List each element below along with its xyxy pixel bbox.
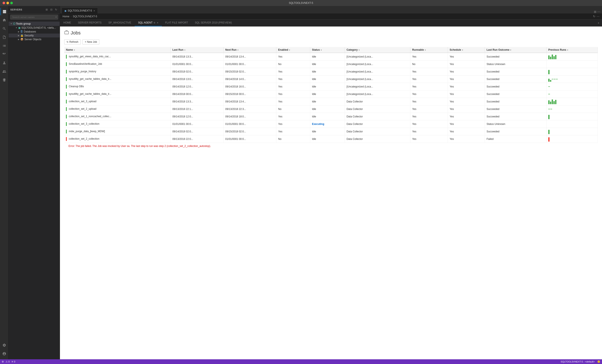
status-warnings: ⚠ 0 xyxy=(6,360,10,363)
main-content: ▣ SQLTOOLSVNEXT-5 ✕ ⊞ ⋯ Home › SQLTOOLSV… xyxy=(60,6,602,359)
col-last-run-outcome[interactable]: Last Run Outcome▾ xyxy=(485,47,546,53)
cell-name: Cleanup DBs xyxy=(64,83,171,91)
chart-bar xyxy=(548,70,549,74)
sidebar-item-security[interactable]: ▶ 🔒 Security xyxy=(9,34,60,37)
search-input[interactable] xyxy=(10,15,58,20)
activity-servers-icon[interactable] xyxy=(0,8,8,15)
col-schedule[interactable]: Schedule▾ xyxy=(448,47,485,53)
sidebar-item-server-objects[interactable]: ▶ 📦 Server Objects xyxy=(9,37,60,41)
close-button[interactable] xyxy=(3,2,5,4)
window-controls xyxy=(3,2,13,4)
col-runnable[interactable]: Runnable▾ xyxy=(410,47,448,53)
col-name[interactable]: Name▾ xyxy=(64,47,171,53)
cell-runnable: Yes xyxy=(410,68,448,75)
sql-agent-settings-icon[interactable]: ⚙ xyxy=(153,21,155,24)
new-job-button[interactable]: + New Job xyxy=(82,39,99,44)
title-bar: SQLTOOLSVNEXT-5 xyxy=(0,0,602,6)
cell-next-run: 01/01/0001 00:0... xyxy=(224,120,276,128)
table-row[interactable]: mdw_purge_data_[keep_MDW] 09/14/2018 02:… xyxy=(64,128,598,135)
tree-group-header[interactable]: ▼ ⬡ Tools group xyxy=(9,21,60,26)
cell-runnable: No xyxy=(410,61,448,68)
tab-sql-agent[interactable]: SQL AGENT ⚙ ✕ xyxy=(135,20,162,26)
cell-name: SmoBaselineVerification_Job xyxy=(64,61,171,68)
table-row[interactable]: syspolicy_purge_history 09/14/2018 02:0.… xyxy=(64,68,598,75)
table-row[interactable]: sysutility_get_cache_tables_data_ir... 0… xyxy=(64,91,598,98)
col-last-run[interactable]: Last Run▾ xyxy=(171,47,224,53)
sidebar-item-server[interactable]: ▼ ▣ SQLTOOLSVNEXT-5, <defa... xyxy=(9,26,60,30)
sidebar-item-databases[interactable]: ▶ 🗄 Databases xyxy=(9,30,60,34)
more-options-icon[interactable]: ⋯ xyxy=(597,15,599,18)
maximize-button[interactable] xyxy=(10,2,13,4)
split-editor-icon[interactable]: ⊞ xyxy=(594,10,596,13)
activity-files-icon[interactable] xyxy=(0,33,8,41)
status-indicator xyxy=(66,107,67,111)
activity-home-icon[interactable] xyxy=(0,16,8,24)
refresh-breadcrumb-icon[interactable]: ↻ xyxy=(593,15,595,18)
cell-runnable: Yes xyxy=(410,120,448,128)
cell-last-run: 09/14/2018 13:0... xyxy=(171,75,224,83)
table-row[interactable]: collection_set_2_collection 09/13/2018 2… xyxy=(64,135,598,143)
table-row[interactable]: sysutility_get_views_data_into_cac... 09… xyxy=(64,53,598,61)
sql-agent-close-icon[interactable]: ✕ xyxy=(157,21,158,24)
security-label: Security xyxy=(24,34,34,37)
activity-search-icon[interactable] xyxy=(0,25,8,32)
cell-name: syspolicy_purge_history xyxy=(64,68,171,75)
server-tab-close-icon[interactable]: ✕ xyxy=(93,10,95,12)
status-right: SQLTOOLSVNEXT-5 : <default> 😊 xyxy=(561,360,600,363)
cell-last-run-outcome: Succeeded xyxy=(485,105,546,113)
table-row[interactable]: collection_set_2_upload 09/13/2018 22:1.… xyxy=(64,105,598,113)
activity-explorer-icon[interactable] xyxy=(0,42,8,50)
cell-next-run: 09/13/2018 22:3... xyxy=(224,105,276,113)
activity-account-icon[interactable] xyxy=(0,350,8,358)
breadcrumb-home[interactable]: Home xyxy=(63,15,69,18)
cell-previous-runs xyxy=(546,128,598,135)
table-row[interactable]: sysutility_get_cache_tables_data_ir... 0… xyxy=(64,75,598,83)
more-tabs-icon[interactable]: ⋯ xyxy=(597,10,600,13)
cell-category: [Uncategorized (Loca... xyxy=(345,68,410,75)
server-tab[interactable]: ▣ SQLTOOLSVNEXT-5 ✕ xyxy=(62,8,98,13)
status-indicator xyxy=(66,55,67,59)
search-clear-button[interactable]: ✕ xyxy=(55,16,57,19)
error-message: Error: The job failed. The Job was invok… xyxy=(64,143,598,149)
activity-settings-icon[interactable] xyxy=(0,341,8,349)
server-arrow-icon: ▼ xyxy=(15,27,17,29)
activity-git-icon[interactable] xyxy=(0,51,8,58)
table-row[interactable]: collection_set_3_upload 09/14/2018 13:3.… xyxy=(64,98,598,105)
col-enabled[interactable]: Enabled▾ xyxy=(276,47,310,53)
cell-status: Idle xyxy=(310,91,345,98)
svg-rect-1 xyxy=(3,11,6,12)
chart-dash xyxy=(550,109,552,109)
sidebar-collapse-icon[interactable]: ⊟ xyxy=(49,8,53,11)
activity-user-icon[interactable] xyxy=(0,59,8,67)
tab-flat-file-import[interactable]: FLAT FILE IMPORT xyxy=(162,20,192,26)
tab-sql-server-2019[interactable]: SQL SERVER 2019 (PREVIEW) xyxy=(191,20,235,26)
status-indicator xyxy=(66,137,67,141)
col-category[interactable]: Category▾ xyxy=(345,47,410,53)
col-previous-runs[interactable]: Previous Runs▾ xyxy=(546,47,598,53)
cell-last-run: 09/14/2018 13:3... xyxy=(171,98,224,105)
cell-name: collection_set_2_upload xyxy=(64,105,171,113)
cell-runnable: Yes xyxy=(410,83,448,91)
activity-deploy-icon[interactable] xyxy=(0,76,8,84)
cell-status: Idle xyxy=(310,105,345,113)
cell-previous-runs xyxy=(546,75,598,83)
table-row[interactable]: Cleanup DBs 09/14/2018 12:0... 09/14/201… xyxy=(64,83,598,91)
tab-sp-whoisactive[interactable]: SP_WHOISACTIVE xyxy=(105,20,135,26)
col-next-run[interactable]: Next Run▾ xyxy=(224,47,276,53)
tab-home[interactable]: HOME xyxy=(60,20,75,26)
security-icon: 🔒 xyxy=(20,34,23,37)
chart-bar xyxy=(548,100,549,104)
activity-users-icon[interactable] xyxy=(0,68,8,75)
table-row[interactable]: SmoBaselineVerification_Job 01/01/0001 0… xyxy=(64,61,598,68)
add-tab-button[interactable]: + xyxy=(595,20,602,26)
col-status[interactable]: Status▾ xyxy=(310,47,345,53)
table-row[interactable]: collection_set_3_collection 01/01/0001 0… xyxy=(64,120,598,128)
minimize-button[interactable] xyxy=(6,2,9,4)
sidebar-refresh-icon[interactable]: ↻ xyxy=(54,8,58,11)
cell-category: [Uncategorized (Loca... xyxy=(345,53,410,61)
table-row[interactable]: collection_set_1_noncached_collec... 09/… xyxy=(64,113,598,120)
breadcrumb-server[interactable]: SQLTOOLSVNEXT-5 xyxy=(73,15,97,18)
sidebar-new-connection-icon[interactable]: ⊞ xyxy=(45,8,49,11)
tab-server-reports[interactable]: SERVER REPORTS xyxy=(75,20,105,26)
refresh-button[interactable]: ↻ Refresh xyxy=(64,39,81,44)
